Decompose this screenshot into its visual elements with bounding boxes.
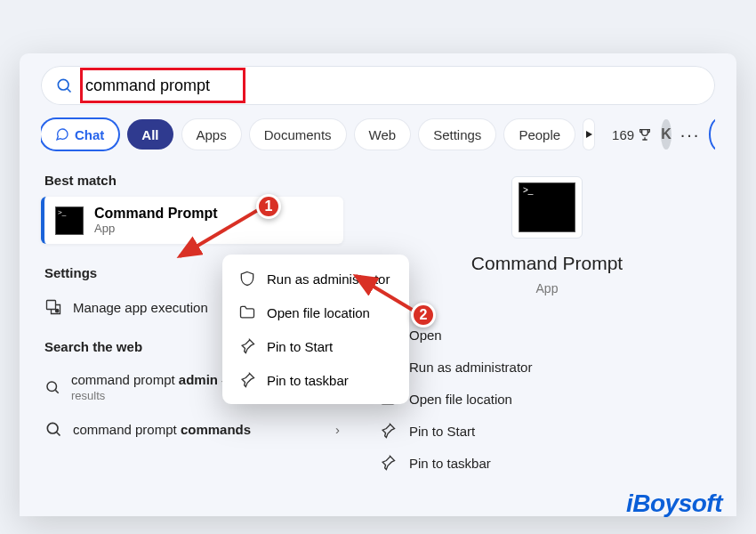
svg-rect-3 (47, 301, 56, 310)
svg-point-4 (56, 310, 59, 312)
app-actions: Open Run as administrator Open file loca… (379, 320, 715, 477)
svg-point-7 (47, 423, 58, 433)
tab-web[interactable]: Web (355, 119, 411, 150)
pin-icon (379, 422, 397, 440)
folder-icon (238, 303, 256, 321)
search-input[interactable]: command prompt (80, 75, 701, 97)
search-icon (55, 77, 73, 94)
search-icon (44, 378, 60, 396)
app-title: Command Prompt (471, 253, 623, 274)
action-label: Pin to Start (409, 424, 475, 439)
tab-all-label: All (141, 127, 158, 142)
svg-point-0 (58, 79, 68, 90)
tab-chat[interactable]: Chat (41, 119, 118, 150)
action-label: Open file location (409, 392, 512, 407)
annotation-step-2: 2 (411, 303, 436, 328)
action-label: Pin to taskbar (409, 456, 491, 471)
tab-documents-label: Documents (264, 127, 332, 142)
app-preview: Command Prompt App (379, 176, 715, 295)
app-tile (511, 176, 583, 239)
tab-all[interactable]: All (127, 119, 173, 150)
settings-alias-icon (44, 298, 62, 316)
command-prompt-icon (55, 206, 84, 235)
context-pin-to-start[interactable]: Pin to Start (222, 329, 409, 363)
filter-row: Chat All Apps Documents Web Settings Peo… (41, 117, 715, 151)
command-prompt-icon (519, 182, 575, 232)
pin-icon (238, 337, 256, 355)
run-as-admin-action[interactable]: Run as administrator (379, 352, 715, 381)
context-item-label: Pin to Start (267, 339, 333, 354)
pin-to-start-action[interactable]: Pin to Start (379, 417, 715, 445)
tab-settings[interactable]: Settings (419, 119, 495, 150)
svg-line-10 (356, 276, 418, 313)
tab-people-label: People (519, 127, 560, 142)
bing-icon (711, 125, 715, 143)
annotation-step-1: 1 (256, 194, 281, 219)
tab-apps-label: Apps (197, 127, 227, 142)
settings-item-label: Manage app execution (73, 300, 208, 315)
trophy-icon (638, 127, 652, 142)
pin-icon (238, 371, 256, 389)
svg-marker-2 (586, 131, 592, 138)
search-bar[interactable]: command prompt (41, 66, 715, 105)
tab-settings-label: Settings (433, 127, 481, 142)
rewards-button[interactable]: 169 (612, 127, 652, 142)
chevron-right-icon: › (335, 422, 340, 437)
tab-chat-label: Chat (75, 127, 104, 142)
chat-icon (55, 127, 69, 142)
svg-point-5 (47, 382, 56, 391)
tab-documents[interactable]: Documents (250, 119, 346, 150)
best-match-label: Best match (41, 167, 343, 197)
context-item-label: Pin to taskbar (267, 373, 349, 388)
avatar-initial: K (661, 126, 672, 142)
tab-web-label: Web (369, 127, 397, 142)
rewards-points: 169 (612, 127, 634, 142)
tab-apps[interactable]: Apps (182, 119, 241, 150)
svg-line-6 (55, 390, 58, 392)
search-icon (44, 420, 62, 438)
bing-chat-button[interactable] (709, 117, 715, 151)
shield-icon (238, 270, 256, 287)
app-subtitle: App (536, 281, 559, 295)
user-avatar[interactable]: K (661, 119, 672, 150)
more-options-button[interactable]: ··· (680, 125, 701, 145)
play-icon (583, 129, 594, 140)
pin-icon (379, 454, 397, 472)
context-pin-to-taskbar[interactable]: Pin to taskbar (222, 363, 409, 397)
tab-people[interactable]: People (504, 119, 575, 150)
web-result-item[interactable]: command prompt commands › (41, 411, 343, 447)
svg-line-8 (57, 433, 60, 436)
pin-to-taskbar-action[interactable]: Pin to taskbar (379, 449, 715, 477)
open-label: Open (409, 328, 442, 343)
svg-line-9 (180, 210, 258, 256)
annotation-arrow-1 (169, 205, 267, 267)
web-result-text: command prompt commands (73, 422, 251, 437)
svg-line-1 (68, 89, 71, 93)
open-file-location-action[interactable]: Open file location (379, 384, 715, 413)
more-filters-button[interactable] (583, 119, 594, 150)
watermark: iBoysoft (626, 490, 722, 518)
action-label: Run as administrator (409, 360, 532, 375)
